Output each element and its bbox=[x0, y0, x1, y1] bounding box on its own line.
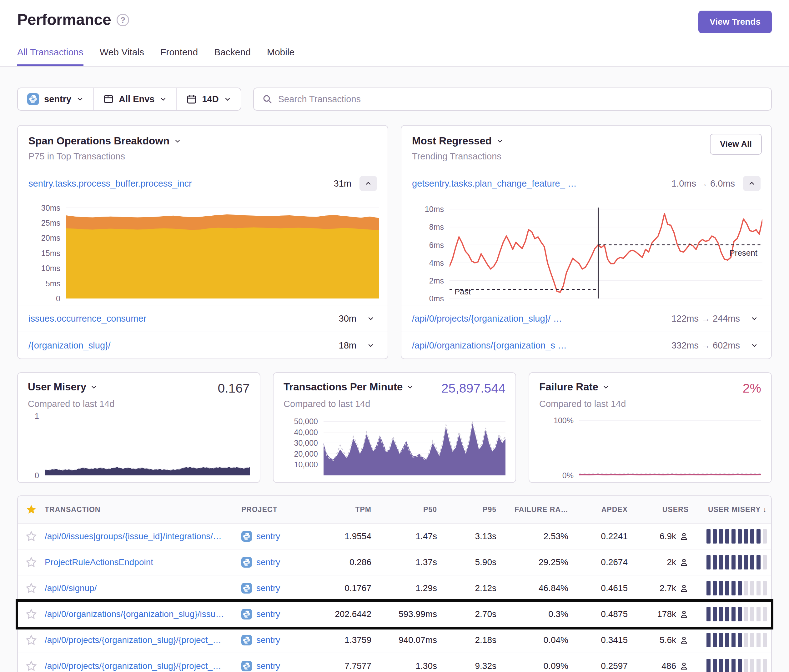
project-link[interactable]: sentry bbox=[256, 583, 280, 593]
column-header-transaction[interactable]: TRANSACTION bbox=[45, 505, 241, 514]
view-all-button[interactable]: View All bbox=[710, 134, 762, 155]
transaction-link[interactable]: /api/0/projects/{organization_slug}/{pro… bbox=[45, 661, 221, 671]
regressed-transaction-link[interactable]: getsentry.tasks.plan_change_feature_ … bbox=[412, 179, 664, 189]
span-op-item: issues.occurrence_consumer 30m bbox=[18, 305, 388, 332]
most-regressed-panel: Most Regressed Trending Transactions Vie… bbox=[401, 125, 772, 359]
most-regressed-title-dropdown[interactable]: Most Regressed bbox=[412, 135, 760, 147]
collapse-button[interactable] bbox=[743, 176, 760, 191]
search-input[interactable] bbox=[278, 94, 763, 104]
chevron-down-icon bbox=[406, 383, 414, 391]
tpm-area-chart[interactable] bbox=[324, 416, 505, 476]
transaction-link[interactable]: /api/0/issues|groups/{issue_id}/integrat… bbox=[45, 532, 222, 541]
date-range-filter[interactable]: 14D bbox=[176, 88, 240, 110]
favorite-star-icon[interactable] bbox=[26, 583, 37, 594]
favorites-star-icon[interactable] bbox=[26, 504, 37, 515]
help-icon[interactable]: ? bbox=[117, 14, 129, 26]
project-link[interactable]: sentry bbox=[256, 532, 280, 541]
column-header-p95[interactable]: P95 bbox=[441, 505, 501, 514]
favorite-star-icon[interactable] bbox=[26, 661, 37, 672]
transaction-link[interactable]: /api/0/organizations/{organization_slug}… bbox=[45, 609, 224, 619]
user-icon bbox=[679, 635, 688, 645]
environment-filter[interactable]: All Envs bbox=[93, 88, 176, 110]
column-header-user-misery[interactable]: USER MISERY ↓ bbox=[693, 505, 771, 514]
regression-chart-area: 10ms8ms6ms4ms2ms0ms PastPresent bbox=[401, 196, 771, 305]
span-operations-panel: Span Operations Breakdown P75 in Top Tra… bbox=[17, 125, 388, 359]
table-row[interactable]: /api/0/issues|groups/{issue_id}/integrat… bbox=[18, 524, 771, 549]
chevron-down-icon bbox=[751, 315, 758, 322]
regressed-item: /api/0/organizations/{organization_s … 3… bbox=[401, 332, 771, 359]
calendar-icon bbox=[186, 94, 197, 104]
tab-web-vitals[interactable]: Web Vitals bbox=[100, 47, 144, 66]
y-axis-tick: 0 bbox=[35, 471, 39, 480]
y-axis-labels: 100%0% bbox=[539, 416, 579, 476]
column-header-users[interactable]: USERS bbox=[632, 505, 693, 514]
span-op-link[interactable]: sentry.tasks.process_buffer.process_incr bbox=[29, 179, 326, 189]
regression-line-chart[interactable]: PastPresent bbox=[449, 205, 762, 298]
tab-frontend[interactable]: Frontend bbox=[160, 47, 198, 66]
users-count: 6.9k bbox=[660, 532, 676, 541]
regressed-item: getsentry.tasks.plan_change_feature_ … 1… bbox=[401, 170, 771, 196]
tpm-value: 25,897.544 bbox=[441, 381, 505, 396]
expand-button[interactable] bbox=[748, 315, 760, 322]
tab-backend[interactable]: Backend bbox=[214, 47, 251, 66]
trend-arrow-icon: → bbox=[696, 179, 710, 188]
chevron-down-icon bbox=[160, 95, 167, 103]
project-link[interactable]: sentry bbox=[256, 661, 280, 671]
user-misery-title-dropdown[interactable]: User Misery bbox=[28, 381, 97, 393]
span-op-link[interactable]: issues.occurrence_consumer bbox=[29, 313, 331, 324]
transaction-link[interactable]: /api/0/projects/{organization_slug}/{pro… bbox=[45, 635, 221, 645]
transaction-link[interactable]: /api/0/signup/ bbox=[45, 583, 97, 593]
expand-button[interactable] bbox=[364, 342, 377, 349]
users-cell: 5.6k bbox=[632, 635, 693, 645]
table-row[interactable]: /api/0/organizations/{organization_slug}… bbox=[18, 601, 771, 627]
span-op-duration: 30m bbox=[339, 313, 356, 324]
regression-trend: 332ms→602ms bbox=[671, 340, 740, 351]
table-row[interactable]: /api/0/projects/{organization_slug}/{pro… bbox=[18, 627, 771, 653]
view-trends-button[interactable]: View Trends bbox=[698, 11, 772, 33]
table-row[interactable]: ProjectRuleActionsEndpoint sentry 0.286 … bbox=[18, 549, 771, 575]
expand-button[interactable] bbox=[748, 342, 760, 349]
span-op-link[interactable]: /{organization_slug}/ bbox=[29, 340, 331, 351]
column-header-tpm[interactable]: TPM bbox=[313, 505, 376, 514]
favorite-star-icon[interactable] bbox=[26, 531, 37, 542]
p95-cell: 5.90s bbox=[441, 557, 501, 567]
table-row[interactable]: /api/0/signup/ sentry 0.1767 1.29s 2.12s… bbox=[18, 575, 771, 601]
y-axis-tick: 10,000 bbox=[294, 460, 318, 469]
favorite-star-icon[interactable] bbox=[26, 557, 37, 568]
p50-cell: 1.30s bbox=[376, 661, 441, 671]
column-header-apdex[interactable]: APDEX bbox=[573, 505, 632, 514]
span-operations-title-dropdown[interactable]: Span Operations Breakdown bbox=[29, 135, 377, 147]
search-transactions-box[interactable] bbox=[253, 88, 772, 111]
tab-all-transactions[interactable]: All Transactions bbox=[17, 47, 83, 66]
users-count: 5.6k bbox=[660, 635, 676, 645]
apdex-cell: 0.3415 bbox=[573, 635, 632, 645]
tab-mobile[interactable]: Mobile bbox=[267, 47, 294, 66]
failure-rate-line-chart[interactable] bbox=[579, 416, 761, 476]
project-link[interactable]: sentry bbox=[256, 609, 280, 619]
favorite-star-icon[interactable] bbox=[26, 608, 37, 620]
collapse-button[interactable] bbox=[359, 176, 377, 191]
favorite-star-icon[interactable] bbox=[26, 634, 37, 646]
user-misery-meter bbox=[693, 607, 771, 621]
column-header-project[interactable]: PROJECT bbox=[241, 505, 313, 514]
user-misery-meter bbox=[693, 659, 771, 672]
stacked-area-chart[interactable] bbox=[66, 205, 379, 298]
project-link[interactable]: sentry bbox=[256, 635, 280, 645]
expand-button[interactable] bbox=[364, 315, 377, 322]
regressed-transaction-link[interactable]: /api/0/projects/{organization_slug}/ … bbox=[412, 313, 664, 324]
project-link[interactable]: sentry bbox=[256, 557, 280, 567]
y-axis-tick: 0ms bbox=[429, 294, 444, 303]
project-filter[interactable]: sentry bbox=[18, 88, 93, 110]
user-misery-area-chart[interactable] bbox=[45, 416, 250, 476]
table-row[interactable]: /api/0/projects/{organization_slug}/{pro… bbox=[18, 653, 771, 672]
tpm-title-dropdown[interactable]: Transactions Per Minute bbox=[284, 381, 414, 393]
failure-rate-title-dropdown[interactable]: Failure Rate bbox=[539, 381, 610, 393]
y-axis-tick: 2ms bbox=[429, 276, 444, 285]
regressed-transaction-link[interactable]: /api/0/organizations/{organization_s … bbox=[412, 340, 664, 351]
column-header-p50[interactable]: P50 bbox=[376, 505, 441, 514]
transaction-link[interactable]: ProjectRuleActionsEndpoint bbox=[45, 557, 153, 567]
y-axis-labels: 10 bbox=[28, 416, 45, 476]
failure-rate-value: 2% bbox=[743, 381, 761, 396]
python-project-icon bbox=[241, 531, 252, 542]
column-header-failure-rate[interactable]: FAILURE RA… bbox=[501, 505, 573, 514]
